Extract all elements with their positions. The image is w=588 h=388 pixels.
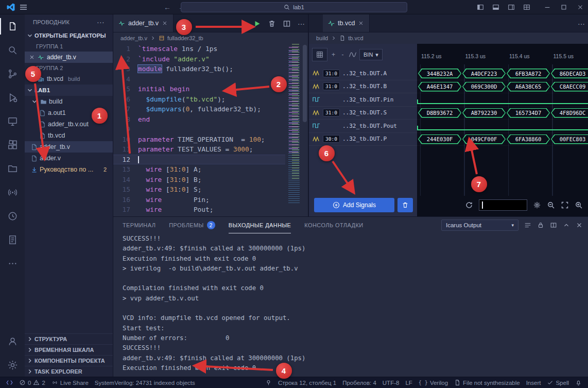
output-console[interactable]: SUCCESS!!!adder_tb.v:49: $finish called …: [123, 234, 581, 375]
section-timeline[interactable]: ВРЕМЕННАЯ ШКАЛА: [25, 344, 113, 355]
panel-tab-problems[interactable]: ПРОБЛЕМЫ2: [169, 217, 215, 233]
panel-tab-output[interactable]: ВЫХОДНЫЕ ДАННЫЕ: [229, 217, 291, 233]
breadcrumb-file[interactable]: tb.vcd: [348, 35, 363, 41]
workspace-section-lab1[interactable]: LAB1: [25, 85, 113, 96]
indentation-status[interactable]: Пробелов: 4: [339, 380, 379, 386]
code-line-8[interactable]: 8end: [113, 114, 285, 125]
code-line-10[interactable]: 10parameter TIME_OPERATION = 100;: [113, 134, 285, 145]
close-icon[interactable]: [29, 54, 35, 60]
signal-row[interactable]: 31:0..32_tb.DUT.B: [309, 80, 417, 94]
section-task-explorer[interactable]: TASK EXPLORER: [25, 366, 113, 377]
editor-more-actions-icon[interactable]: ···: [578, 20, 585, 28]
problems-status[interactable]: 0 2: [16, 377, 48, 388]
open-editor-adder-tb[interactable]: adder_tb.v: [25, 52, 113, 63]
tree-item[interactable]: tb.vcd: [25, 130, 113, 141]
editor-more-actions-icon[interactable]: ···: [298, 20, 305, 28]
waveform-trace-row[interactable]: 344B232AA4DCF2236FB3A87286DECAD3: [417, 67, 588, 80]
waveform-trace-row[interactable]: D8B93672AB792230165734D74F8D96DC: [417, 107, 588, 120]
code-line-6[interactable]: 6 $dumpfile("tb.vcd");: [113, 94, 285, 105]
synthesizable-status[interactable]: File not synthesizable: [451, 379, 523, 386]
editor-scrollbar[interactable]: [302, 44, 308, 216]
code-line-11[interactable]: 11parameter TEST_VALUES = 3000;: [113, 144, 285, 155]
toggle-panel-icon[interactable]: [492, 4, 499, 11]
activity-project-manager-icon[interactable]: [0, 157, 25, 180]
breadcrumb-folder[interactable]: build: [316, 35, 328, 41]
minimap[interactable]: [287, 44, 301, 211]
customize-layout-icon[interactable]: [523, 4, 530, 11]
activity-live-share-icon[interactable]: [0, 180, 25, 204]
section-project-components[interactable]: КОМПОНЕНТЫ ПРОЕКТА: [25, 355, 113, 366]
code-line-14[interactable]: 14 wire [31:0] B;: [113, 175, 285, 185]
radix-select[interactable]: BIN▾: [359, 49, 383, 60]
signal-row[interactable]: 0..32_tb.DUT.Pin: [309, 93, 417, 107]
waveform-trace-row[interactable]: 244E030F049CF00F6FA3886000FEC803: [417, 133, 588, 146]
live-share-status[interactable]: Live Share: [48, 377, 92, 388]
open-editors-section[interactable]: ОТКРЫТЫЕ РЕДАКТОРЫ: [25, 30, 113, 41]
insert-mode-status[interactable]: Insert: [523, 380, 544, 386]
code-line-12[interactable]: 12: [113, 155, 285, 165]
activity-run-debug-icon[interactable]: [0, 86, 25, 109]
notifications-status[interactable]: [572, 379, 585, 386]
remove-signals-button[interactable]: [397, 198, 413, 212]
trash-icon[interactable]: [268, 20, 276, 28]
tree-item[interactable]: adder_tb.v.out: [25, 119, 113, 130]
indexer-status[interactable]: SystemVerilog: 24731 indexed objects: [92, 377, 198, 388]
activity-remote-explorer-icon[interactable]: [0, 109, 25, 133]
tree-item[interactable]: build: [25, 96, 113, 107]
close-panel-icon[interactable]: [576, 222, 583, 229]
activity-extensions-icon[interactable]: [0, 133, 25, 157]
split-panel-icon[interactable]: [550, 222, 557, 229]
code-editor[interactable]: 1`timescale 1ns / 1ps2`include "adder.v"…: [113, 44, 285, 216]
section-outline[interactable]: СТРУКТУРА: [25, 333, 113, 344]
tree-item[interactable]: a.out1: [25, 107, 113, 119]
signal-row[interactable]: 31:0..32_tb.DUT.S: [309, 107, 417, 120]
chevron-up-icon[interactable]: [563, 222, 570, 229]
panel-tab-debug-console[interactable]: КОНСОЛЬ ОТЛАДКИ: [304, 217, 363, 233]
signal-row[interactable]: 0..32_tb.DUT.Pout: [309, 120, 417, 133]
symbol-pin-status[interactable]: [262, 379, 275, 386]
zoom-out-icon[interactable]: [547, 201, 555, 209]
run-button[interactable]: [253, 20, 261, 28]
waveform-canvas[interactable]: 115.2 us115.3 us115.4 us115.5 us 344B232…: [417, 44, 588, 216]
close-tab-icon[interactable]: [358, 20, 364, 26]
code-line-15[interactable]: 15 wire [31:0] S;: [113, 184, 285, 195]
analog-wave-icon[interactable]: [349, 52, 357, 58]
tree-item[interactable]: adder_tb.v: [25, 141, 113, 153]
code-line-4[interactable]: 4: [113, 74, 285, 85]
tab-tb-vcd[interactable]: tb.vcd: [323, 14, 370, 32]
zoom-in-icon[interactable]: [575, 201, 583, 209]
signal-row[interactable]: 31:0..32_tb.DUT.A: [309, 67, 417, 80]
remote-indicator[interactable]: [3, 377, 16, 388]
spell-status[interactable]: Spell: [544, 379, 572, 386]
output-channel-select[interactable]: Icarus Output▾: [441, 220, 518, 231]
tab-adder-tb-v[interactable]: adder_tb.v: [113, 14, 174, 32]
add-signals-button[interactable]: Add Signals: [314, 198, 394, 212]
code-line-7[interactable]: 7 $dumpvars(0, fulladder32_tb);: [113, 104, 285, 114]
code-line-5[interactable]: 5initial begin: [113, 84, 285, 94]
code-line-2[interactable]: 2`include "adder.v": [113, 54, 285, 64]
breadcrumb[interactable]: build tb.vcd: [309, 32, 588, 44]
code-line-9[interactable]: 9: [113, 124, 285, 134]
tree-item[interactable]: Руководство по ...2: [25, 164, 113, 175]
clear-output-icon[interactable]: [524, 222, 531, 229]
toggle-sidebar-icon[interactable]: [477, 4, 484, 11]
waveform-trace-row[interactable]: [417, 93, 588, 107]
breadcrumb[interactable]: adder_tb.v fulladder32_tb: [113, 32, 308, 44]
refresh-icon[interactable]: [465, 201, 473, 209]
zoom-plus-mini-icon[interactable]: +: [330, 51, 337, 58]
search-input[interactable]: lab1: [181, 2, 407, 12]
zoom-fit-icon[interactable]: [561, 201, 569, 209]
open-editor-tb-vcd[interactable]: tb.vcd build: [25, 73, 113, 85]
breadcrumb-symbol[interactable]: fulladder32_tb: [167, 35, 203, 41]
code-line-3[interactable]: 3module fulladder32_tb();: [113, 64, 285, 74]
maximize-icon[interactable]: [560, 4, 567, 11]
activity-more-views-icon[interactable]: [0, 251, 25, 275]
close-window-icon[interactable]: [577, 4, 584, 11]
eol-status[interactable]: LF: [402, 380, 415, 386]
menu-icon[interactable]: [20, 4, 27, 10]
cursor-position[interactable]: Строка 12, столбец 1: [275, 380, 339, 386]
waveform-trace-row[interactable]: A46E1347069C300DA6A38C65C8AECC09: [417, 80, 588, 94]
activity-output-notes-icon[interactable]: [0, 228, 25, 251]
close-tab-icon[interactable]: [162, 20, 168, 26]
activity-settings-icon[interactable]: [0, 353, 25, 377]
